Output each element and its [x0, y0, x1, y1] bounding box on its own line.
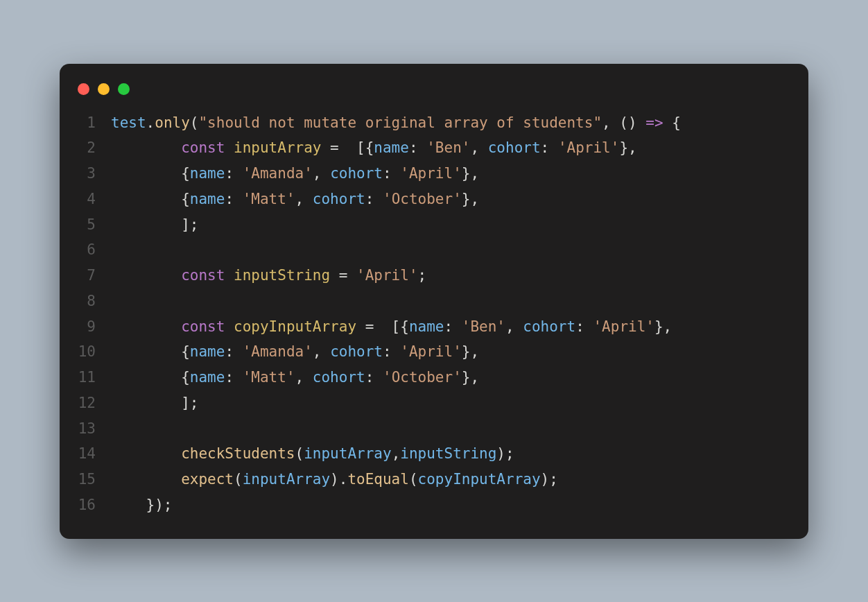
code-line[interactable]: 5 ];: [78, 212, 790, 238]
code-line-content[interactable]: {name: 'Matt', cohort: 'October'},: [111, 365, 479, 390]
code-line[interactable]: 12 ];: [78, 390, 790, 416]
code-token: 'April': [356, 267, 418, 284]
code-line-content[interactable]: {name: 'Amanda', cohort: 'April'},: [111, 161, 479, 187]
code-token: checkStudents: [181, 445, 295, 462]
code-token: },: [462, 165, 479, 182]
code-token: ).: [330, 471, 347, 488]
code-token: 'October': [383, 191, 462, 207]
code-token: ,: [392, 445, 401, 462]
code-token: 'Ben': [462, 318, 505, 335]
code-line-content[interactable]: const copyInputArray = [{name: 'Ben', co…: [111, 314, 672, 340]
code-line-content[interactable]: ];: [111, 212, 198, 238]
code-token: :: [383, 343, 400, 360]
code-line[interactable]: 3 {name: 'Amanda', cohort: 'April'},: [78, 161, 790, 187]
code-line[interactable]: 4 {name: 'Matt', cohort: 'October'},: [78, 187, 790, 212]
code-line[interactable]: 7 const inputString = 'April';: [78, 263, 790, 289]
code-token: ];: [111, 216, 198, 233]
line-number: 8: [78, 289, 111, 314]
code-token: ,: [295, 191, 313, 207]
code-line[interactable]: 16 });: [78, 492, 790, 518]
code-line-content[interactable]: checkStudents(inputArray,inputString);: [111, 441, 514, 467]
code-token: cohort: [488, 139, 541, 156]
code-token: [225, 139, 234, 156]
code-line-content[interactable]: test.only("should not mutate original ar…: [111, 110, 681, 136]
line-number: 14: [78, 441, 111, 467]
code-line-content[interactable]: });: [111, 492, 173, 518]
maximize-icon[interactable]: [118, 83, 130, 95]
code-line[interactable]: 6: [78, 237, 790, 263]
code-token: {: [111, 343, 190, 360]
code-token: cohort: [313, 191, 365, 207]
code-editor[interactable]: 1test.only("should not mutate original a…: [60, 110, 808, 518]
code-line[interactable]: 8: [78, 289, 790, 314]
line-number: 1: [78, 110, 111, 136]
code-token: [111, 139, 181, 156]
code-line[interactable]: 14 checkStudents(inputArray,inputString)…: [78, 441, 790, 467]
code-token: ];: [111, 395, 198, 411]
line-number: 3: [78, 161, 111, 187]
code-token: );: [541, 471, 558, 488]
code-line[interactable]: 2 const inputArray = [{name: 'Ben', coho…: [78, 135, 790, 161]
code-token: 'April': [593, 318, 654, 335]
code-line[interactable]: 1test.only("should not mutate original a…: [78, 110, 790, 136]
code-line-content[interactable]: {name: 'Matt', cohort: 'October'},: [111, 187, 479, 212]
code-line[interactable]: 15 expect(inputArray).toEqual(copyInputA…: [78, 467, 790, 492]
code-token: :: [225, 165, 242, 182]
code-token: "should not mutate original array of stu…: [198, 114, 602, 131]
code-line[interactable]: 9 const copyInputArray = [{name: 'Ben', …: [78, 314, 790, 340]
code-token: [111, 267, 181, 284]
line-number: 12: [78, 390, 111, 416]
code-line-content[interactable]: expect(inputArray).toEqual(copyInputArra…: [111, 467, 558, 492]
code-token: only: [155, 114, 190, 131]
code-token: =>: [645, 114, 663, 131]
code-token: name: [190, 191, 225, 207]
code-token: cohort: [330, 343, 383, 360]
line-number: 2: [78, 135, 111, 161]
code-line[interactable]: 13: [78, 416, 790, 442]
code-token: ,: [505, 318, 523, 335]
code-token: name: [190, 343, 225, 360]
code-token: 'Matt': [243, 369, 295, 386]
code-token: cohort: [330, 165, 383, 182]
line-number: 4: [78, 187, 111, 212]
code-line[interactable]: 11 {name: 'Matt', cohort: 'October'},: [78, 365, 790, 390]
code-token: [225, 318, 234, 335]
code-token: :: [575, 318, 593, 335]
code-token: :: [225, 191, 242, 207]
code-token: ;: [418, 267, 427, 284]
minimize-icon[interactable]: [98, 83, 110, 95]
code-token: },: [462, 191, 479, 207]
code-token: const: [181, 318, 225, 335]
code-token: });: [111, 497, 173, 513]
line-number: 11: [78, 365, 111, 390]
code-line-content[interactable]: const inputString = 'April';: [111, 263, 426, 289]
line-number: 10: [78, 339, 111, 365]
code-token: =: [330, 267, 356, 284]
code-line-content[interactable]: ];: [111, 390, 198, 416]
code-token: [111, 471, 181, 488]
code-token: :: [225, 343, 242, 360]
code-line[interactable]: 10 {name: 'Amanda', cohort: 'April'},: [78, 339, 790, 365]
code-token: = [{: [321, 139, 374, 156]
code-token: ,: [295, 369, 313, 386]
code-token: copyInputArray: [418, 471, 541, 488]
code-line-content[interactable]: const inputArray = [{name: 'Ben', cohort…: [111, 135, 637, 161]
code-token: (: [295, 445, 304, 462]
code-line-content[interactable]: {name: 'Amanda', cohort: 'April'},: [111, 339, 479, 365]
code-token: copyInputArray: [234, 318, 356, 335]
close-icon[interactable]: [78, 83, 89, 95]
code-token: },: [462, 369, 479, 386]
code-token: inputArray: [304, 445, 391, 462]
code-token: :: [365, 369, 383, 386]
code-token: );: [496, 445, 514, 462]
line-number: 9: [78, 314, 111, 340]
code-token: (: [190, 114, 199, 131]
code-token: ,: [470, 139, 487, 156]
code-token: (: [409, 471, 418, 488]
code-token: },: [462, 343, 479, 360]
code-token: {: [111, 191, 190, 207]
code-token: 'April': [400, 165, 462, 182]
code-token: name: [409, 318, 444, 335]
code-token: :: [541, 139, 558, 156]
code-token: name: [374, 139, 409, 156]
